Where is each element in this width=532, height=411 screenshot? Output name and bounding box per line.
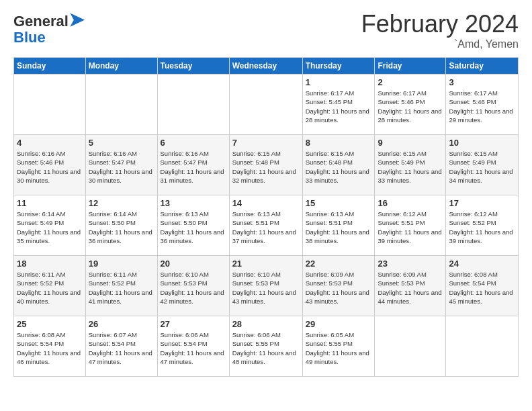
day-number: 6	[161, 138, 226, 148]
weekday-header: Saturday	[446, 58, 519, 75]
day-number: 15	[306, 198, 372, 208]
day-info: Sunrise: 6:05 AM Sunset: 5:55 PM Dayligh…	[306, 330, 372, 366]
calendar-cell: 23Sunrise: 6:09 AM Sunset: 5:53 PM Dayli…	[375, 256, 446, 316]
day-info: Sunrise: 6:16 AM Sunset: 5:46 PM Dayligh…	[17, 149, 83, 185]
day-number: 4	[17, 138, 83, 148]
page: General➤ Blue February 2024 `Amd, Yemen …	[0, 0, 532, 387]
day-number: 3	[449, 77, 515, 87]
day-number: 26	[89, 319, 154, 329]
day-number: 20	[161, 259, 226, 269]
day-number: 16	[378, 198, 443, 208]
day-info: Sunrise: 6:17 AM Sunset: 5:45 PM Dayligh…	[306, 89, 372, 124]
day-number: 27	[161, 319, 226, 329]
calendar-cell	[157, 75, 229, 135]
day-info: Sunrise: 6:09 AM Sunset: 5:53 PM Dayligh…	[378, 270, 443, 306]
calendar-cell: 6Sunrise: 6:16 AM Sunset: 5:47 PM Daylig…	[157, 135, 229, 195]
day-number: 22	[306, 259, 372, 269]
day-number: 28	[232, 319, 300, 329]
day-info: Sunrise: 6:06 AM Sunset: 5:54 PM Dayligh…	[161, 330, 226, 366]
calendar-cell: 18Sunrise: 6:11 AM Sunset: 5:52 PM Dayli…	[14, 256, 86, 316]
calendar-cell: 24Sunrise: 6:08 AM Sunset: 5:54 PM Dayli…	[446, 256, 519, 316]
day-number: 24	[449, 259, 515, 269]
day-number: 10	[449, 138, 515, 148]
calendar-week-row: 1Sunrise: 6:17 AM Sunset: 5:45 PM Daylig…	[14, 75, 519, 135]
month-title: February 2024	[361, 10, 519, 38]
calendar-cell: 5Sunrise: 6:16 AM Sunset: 5:47 PM Daylig…	[85, 135, 157, 195]
day-info: Sunrise: 6:15 AM Sunset: 5:48 PM Dayligh…	[232, 149, 300, 185]
logo-general: General	[13, 13, 69, 30]
day-info: Sunrise: 6:12 AM Sunset: 5:52 PM Dayligh…	[449, 210, 515, 245]
calendar-cell	[375, 316, 446, 377]
calendar-week-row: 4Sunrise: 6:16 AM Sunset: 5:46 PM Daylig…	[14, 135, 519, 195]
calendar-cell: 20Sunrise: 6:10 AM Sunset: 5:53 PM Dayli…	[157, 256, 229, 316]
day-info: Sunrise: 6:08 AM Sunset: 5:54 PM Dayligh…	[449, 270, 515, 306]
calendar-cell	[85, 75, 157, 135]
calendar-week-row: 11Sunrise: 6:14 AM Sunset: 5:49 PM Dayli…	[14, 195, 519, 256]
day-number: 7	[232, 138, 300, 148]
calendar-cell: 4Sunrise: 6:16 AM Sunset: 5:46 PM Daylig…	[14, 135, 86, 195]
day-number: 29	[306, 319, 372, 329]
day-info: Sunrise: 6:08 AM Sunset: 5:54 PM Dayligh…	[17, 330, 83, 366]
calendar-cell: 27Sunrise: 6:06 AM Sunset: 5:54 PM Dayli…	[157, 316, 229, 377]
title-block: February 2024 `Amd, Yemen	[361, 10, 519, 50]
calendar-cell: 14Sunrise: 6:13 AM Sunset: 5:51 PM Dayli…	[229, 195, 302, 256]
day-info: Sunrise: 6:15 AM Sunset: 5:49 PM Dayligh…	[378, 149, 443, 185]
day-number: 1	[306, 77, 372, 87]
calendar-cell: 9Sunrise: 6:15 AM Sunset: 5:49 PM Daylig…	[375, 135, 446, 195]
weekday-header: Friday	[375, 58, 446, 75]
calendar-cell: 26Sunrise: 6:07 AM Sunset: 5:54 PM Dayli…	[85, 316, 157, 377]
calendar-cell: 8Sunrise: 6:15 AM Sunset: 5:48 PM Daylig…	[302, 135, 375, 195]
day-info: Sunrise: 6:16 AM Sunset: 5:47 PM Dayligh…	[89, 149, 154, 185]
logo-bird-icon: ➤	[69, 9, 84, 30]
calendar-cell	[14, 75, 86, 135]
weekday-header: Wednesday	[229, 58, 302, 75]
day-number: 8	[306, 138, 372, 148]
weekday-header: Sunday	[14, 58, 86, 75]
calendar-cell: 28Sunrise: 6:06 AM Sunset: 5:55 PM Dayli…	[229, 316, 302, 377]
weekday-header: Thursday	[302, 58, 375, 75]
calendar-cell: 25Sunrise: 6:08 AM Sunset: 5:54 PM Dayli…	[14, 316, 86, 377]
day-number: 5	[89, 138, 154, 148]
day-info: Sunrise: 6:15 AM Sunset: 5:49 PM Dayligh…	[449, 149, 515, 185]
day-info: Sunrise: 6:16 AM Sunset: 5:47 PM Dayligh…	[161, 149, 226, 185]
logo: General➤ Blue	[13, 10, 84, 46]
day-number: 12	[89, 198, 154, 208]
day-info: Sunrise: 6:06 AM Sunset: 5:55 PM Dayligh…	[232, 330, 300, 366]
day-number: 2	[378, 77, 443, 87]
calendar-table: SundayMondayTuesdayWednesdayThursdayFrid…	[13, 57, 519, 377]
day-info: Sunrise: 6:11 AM Sunset: 5:52 PM Dayligh…	[89, 270, 154, 306]
day-number: 18	[17, 259, 83, 269]
calendar-cell	[229, 75, 302, 135]
weekday-header: Tuesday	[157, 58, 229, 75]
day-info: Sunrise: 6:11 AM Sunset: 5:52 PM Dayligh…	[17, 270, 83, 306]
day-info: Sunrise: 6:17 AM Sunset: 5:46 PM Dayligh…	[449, 89, 515, 124]
day-info: Sunrise: 6:13 AM Sunset: 5:51 PM Dayligh…	[306, 210, 372, 245]
day-info: Sunrise: 6:07 AM Sunset: 5:54 PM Dayligh…	[89, 330, 154, 366]
day-number: 19	[89, 259, 154, 269]
location: `Amd, Yemen	[361, 38, 519, 50]
day-info: Sunrise: 6:12 AM Sunset: 5:51 PM Dayligh…	[378, 210, 443, 245]
day-info: Sunrise: 6:14 AM Sunset: 5:49 PM Dayligh…	[17, 210, 83, 245]
calendar-cell	[446, 316, 519, 377]
calendar-cell: 2Sunrise: 6:17 AM Sunset: 5:46 PM Daylig…	[375, 75, 446, 135]
day-info: Sunrise: 6:15 AM Sunset: 5:48 PM Dayligh…	[306, 149, 372, 185]
calendar-cell: 13Sunrise: 6:13 AM Sunset: 5:50 PM Dayli…	[157, 195, 229, 256]
calendar-cell: 17Sunrise: 6:12 AM Sunset: 5:52 PM Dayli…	[446, 195, 519, 256]
calendar-cell: 11Sunrise: 6:14 AM Sunset: 5:49 PM Dayli…	[14, 195, 86, 256]
calendar-cell: 15Sunrise: 6:13 AM Sunset: 5:51 PM Dayli…	[302, 195, 375, 256]
day-number: 13	[161, 198, 226, 208]
day-number: 25	[17, 319, 83, 329]
day-info: Sunrise: 6:13 AM Sunset: 5:51 PM Dayligh…	[232, 210, 300, 245]
weekday-header: Monday	[85, 58, 157, 75]
calendar-cell: 1Sunrise: 6:17 AM Sunset: 5:45 PM Daylig…	[302, 75, 375, 135]
day-info: Sunrise: 6:10 AM Sunset: 5:53 PM Dayligh…	[232, 270, 300, 306]
weekday-header-row: SundayMondayTuesdayWednesdayThursdayFrid…	[14, 58, 519, 75]
logo-block: General➤ Blue	[13, 10, 84, 46]
day-number: 23	[378, 259, 443, 269]
day-number: 9	[378, 138, 443, 148]
calendar-cell: 7Sunrise: 6:15 AM Sunset: 5:48 PM Daylig…	[229, 135, 302, 195]
day-info: Sunrise: 6:14 AM Sunset: 5:50 PM Dayligh…	[89, 210, 154, 245]
day-info: Sunrise: 6:10 AM Sunset: 5:53 PM Dayligh…	[161, 270, 226, 306]
day-number: 14	[232, 198, 300, 208]
calendar-cell: 22Sunrise: 6:09 AM Sunset: 5:53 PM Dayli…	[302, 256, 375, 316]
